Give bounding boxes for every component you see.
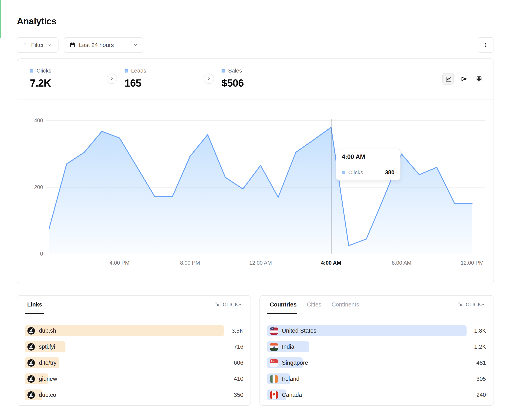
- funnel-chart-view-button[interactable]: [458, 73, 469, 85]
- dub-logo-icon: [27, 343, 35, 351]
- kebab-menu-icon: [483, 42, 489, 48]
- country-label: Ireland: [282, 376, 299, 382]
- chart-view-toggle: [442, 73, 485, 85]
- country-label: India: [282, 344, 294, 350]
- cursor-click-icon: [215, 302, 220, 307]
- tab-links[interactable]: Links: [27, 301, 42, 308]
- dub-logo-icon: [27, 359, 35, 367]
- links-metric-selector[interactable]: CLICKS: [215, 302, 242, 307]
- filter-lines-icon: [22, 42, 28, 48]
- links-metric-label: CLICKS: [223, 302, 242, 307]
- stat-label: Sales: [228, 68, 242, 74]
- stat-tab-sales[interactable]: Sales $506: [209, 59, 312, 100]
- countries-panel: Countries Cities Continents CLICKS U: [260, 295, 494, 406]
- link-row[interactable]: spti.fyi 716: [25, 341, 243, 352]
- filter-button[interactable]: Filter: [17, 37, 59, 53]
- x-axis-tick-label: 4:00 AM: [313, 260, 349, 266]
- stat-label: Clicks: [37, 68, 51, 74]
- country-label: Canada: [282, 392, 302, 398]
- grid-table-icon: [476, 76, 482, 82]
- stat-label: Leads: [131, 68, 146, 74]
- flag-singapore-icon: [270, 359, 278, 367]
- line-chart-view-button[interactable]: [442, 73, 454, 85]
- x-axis-tick-label: 12:00 AM: [243, 260, 278, 266]
- tab-countries[interactable]: Countries: [270, 301, 297, 308]
- chart-canvas: [17, 100, 494, 284]
- link-row[interactable]: dub.sh 3.5K: [25, 325, 243, 336]
- flag-india-icon: [270, 343, 278, 351]
- dub-logo-icon: [27, 375, 35, 383]
- line-chart-icon: [445, 76, 451, 82]
- stat-value-clicks: 7.2K: [30, 77, 112, 89]
- link-row[interactable]: dub.co 350: [25, 390, 243, 400]
- tooltip-series-label: Clicks: [348, 169, 382, 176]
- flag-canada-icon: [270, 391, 278, 399]
- page-title: Analytics: [17, 16, 57, 27]
- chevron-down-icon: [47, 43, 51, 47]
- tooltip-legend-square-icon: [342, 171, 345, 174]
- cursor-click-icon: [458, 302, 463, 307]
- expand-clicks-button[interactable]: [107, 73, 117, 84]
- chart-tooltip: 4:00 AM Clicks 380: [336, 149, 401, 180]
- sales-legend-square-icon: [222, 69, 225, 72]
- stat-tab-leads[interactable]: Leads 165: [112, 59, 209, 100]
- stat-value-leads: 165: [125, 77, 209, 89]
- table-view-button[interactable]: [473, 73, 485, 85]
- active-tab-underline: [25, 313, 44, 314]
- dub-logo-icon: [27, 391, 35, 399]
- tab-continents[interactable]: Continents: [332, 301, 359, 308]
- flag-ireland-icon: [270, 375, 278, 383]
- links-panel: Links CLICKS dub.sh 3.5K spti.fyi: [17, 295, 251, 406]
- date-range-label: Last 24 hours: [79, 42, 114, 48]
- tooltip-time: 4:00 AM: [336, 149, 400, 165]
- analytics-card: Clicks 7.2K Leads 165 Sales $506: [17, 58, 494, 284]
- chevron-right-icon: [207, 77, 211, 80]
- flag-united-states-icon: [270, 327, 278, 335]
- link-label: d.to/try: [39, 360, 57, 366]
- leads-legend-square-icon: [125, 69, 128, 72]
- funnel-chart-icon: [460, 76, 467, 82]
- x-axis-tick-label: 8:00 AM: [384, 260, 419, 266]
- chevron-right-icon: [110, 77, 114, 80]
- country-label: United States: [282, 327, 316, 334]
- y-axis-tick-label: 200: [21, 184, 43, 190]
- stat-tab-clicks[interactable]: Clicks 7.2K: [17, 59, 112, 100]
- link-label: dub.sh: [39, 327, 56, 334]
- countries-rows: United States 1.8K India 1.2K Singapore: [267, 325, 486, 406]
- clicks-area-chart[interactable]: 0200400 4:00 PM8:00 PM12:00 AM4:00 AM8:0…: [17, 100, 494, 284]
- country-row[interactable]: Ireland 305: [267, 373, 486, 384]
- countries-metric-label: CLICKS: [466, 302, 485, 307]
- country-row[interactable]: United States 1.8K: [267, 325, 486, 336]
- more-options-button[interactable]: [478, 37, 494, 53]
- link-label: git.new: [39, 376, 57, 382]
- tab-cities[interactable]: Cities: [307, 301, 321, 308]
- stats-header: Clicks 7.2K Leads 165 Sales $506: [17, 59, 493, 100]
- country-row[interactable]: Singapore 481: [267, 357, 486, 368]
- date-range-button[interactable]: Last 24 hours: [64, 37, 143, 53]
- expand-leads-button[interactable]: [204, 73, 214, 84]
- country-label: Singapore: [282, 360, 308, 366]
- link-row[interactable]: git.new 410: [25, 373, 243, 384]
- tooltip-value: 380: [385, 169, 395, 176]
- links-rows: dub.sh 3.5K spti.fyi 716 d.to/try 606: [25, 325, 243, 406]
- country-row[interactable]: Canada 240: [267, 390, 486, 400]
- link-row[interactable]: d.to/try 606: [25, 357, 243, 368]
- countries-metric-selector[interactable]: CLICKS: [458, 302, 485, 307]
- filter-button-label: Filter: [31, 42, 44, 48]
- calendar-icon: [69, 42, 75, 48]
- active-tab-underline: [267, 313, 297, 314]
- country-row[interactable]: India 1.2K: [267, 341, 486, 352]
- page-edge-accent: [0, 0, 0, 38]
- x-axis-tick-label: 8:00 PM: [172, 260, 208, 266]
- link-label: spti.fyi: [39, 344, 55, 350]
- chevron-down-icon: [133, 43, 138, 47]
- link-label: dub.co: [39, 392, 56, 398]
- clicks-legend-square-icon: [30, 69, 33, 72]
- y-axis-tick-label: 400: [21, 117, 43, 124]
- x-axis-tick-label: 4:00 PM: [102, 260, 137, 266]
- dub-logo-icon: [27, 327, 35, 335]
- y-axis-tick-label: 0: [21, 251, 43, 257]
- stat-value-sales: $506: [222, 77, 312, 89]
- x-axis-tick-label: 12:00 PM: [454, 260, 490, 266]
